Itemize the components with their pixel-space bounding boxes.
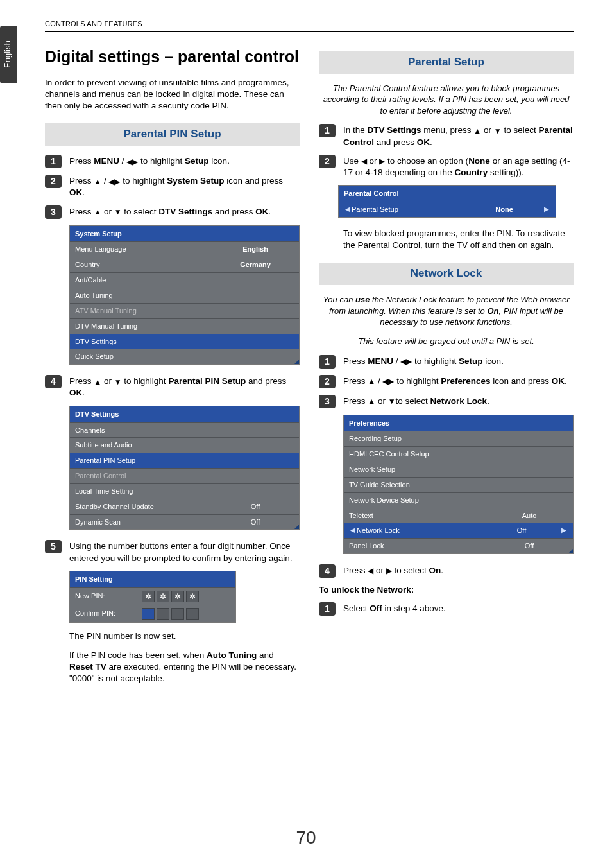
pin-setting-panel: PIN Setting New PIN: ✲ ✲ ✲ ✲ Confirm PIN… <box>69 571 236 623</box>
step-item: 1 Select Off in step 4 above. <box>319 602 574 616</box>
pin-cell: ✲ <box>186 591 199 602</box>
step-body: Press ▲ / ◀▶ to highlight System Setup i… <box>69 175 300 198</box>
menu-row-selected: ◀ Parental Setup None ▶ <box>339 202 556 217</box>
preferences-menu: Preferences Recording Setup HDMI CEC Con… <box>343 415 574 555</box>
menu-row: Auto Tuning <box>70 288 299 303</box>
pin-new-row: New PIN: ✲ ✲ ✲ ✲ <box>70 587 235 605</box>
step-item: 2 Use ◀ or ▶ to choose an option (None o… <box>319 155 574 178</box>
up-arrow-icon: ▲ <box>368 376 375 386</box>
left-column: Digital settings – parental control In o… <box>45 46 300 685</box>
step-body: Press ▲ or ▼ to select DTV Settings and … <box>69 205 300 218</box>
step-item: 1 Press MENU / ◀▶ to highlight Setup ico… <box>319 355 574 369</box>
right-column: Parental Setup The Parental Control feat… <box>319 46 574 685</box>
menu-row: Ant/Cable <box>70 272 299 288</box>
pin-cell: ✲ <box>171 591 184 602</box>
section-network-lock: Network Lock <box>319 263 574 285</box>
down-arrow-icon: ▼ <box>388 396 396 406</box>
menu-row: TeletextAuto <box>344 508 573 523</box>
menu-header: System Setup <box>70 226 299 242</box>
language-tab: English <box>0 26 17 83</box>
step-number-4: 4 <box>45 375 62 388</box>
menu-row: Panel LockOff <box>344 538 573 553</box>
left-right-arrow-icon: ◀▶ <box>108 177 120 187</box>
parental-setup-intro: The Parental Control feature allows you … <box>319 83 574 117</box>
network-lock-grayed-note: This feature will be grayed out until a … <box>319 336 574 347</box>
step-number-3: 3 <box>319 395 336 408</box>
network-lock-intro: You can use the Network Lock feature to … <box>319 294 574 328</box>
menu-row: Subtitle and Audio <box>70 437 299 453</box>
menu-row: Network Device Setup <box>344 492 573 508</box>
step-item: 3 Press ▲ or ▼ to select DTV Settings an… <box>45 205 300 219</box>
chevron-right-icon: ▶ <box>543 205 550 214</box>
step-number-1: 1 <box>319 355 336 369</box>
step-number-2: 2 <box>45 175 62 188</box>
menu-row: HDMI CEC Control Setup <box>344 446 573 462</box>
dtv-settings-menu: DTV Settings Channels Subtitle and Audio… <box>69 406 300 530</box>
step-body: Using the number buttons enter a four di… <box>69 540 300 564</box>
page-number: 70 <box>0 826 612 850</box>
step-number-1: 1 <box>319 124 336 137</box>
step-item: 2 Press ▲ / ◀▶ to highlight System Setup… <box>45 175 300 198</box>
right-arrow-icon: ▶ <box>379 156 385 166</box>
step-body: Press MENU / ◀▶ to highlight Setup icon. <box>69 155 300 167</box>
step-number-1: 1 <box>45 155 62 168</box>
step-body: Use ◀ or ▶ to choose an option (None or … <box>343 155 574 178</box>
down-arrow-icon: ▼ <box>114 377 122 387</box>
pin-cell: ✲ <box>142 591 155 602</box>
step-item: 1 In the DTV Settings menu, press ▲ or ▼… <box>319 124 574 148</box>
up-arrow-icon: ▲ <box>473 126 481 136</box>
menu-row: Network Setup <box>344 462 573 477</box>
intro-paragraph: In order to prevent viewing of unsuitabl… <box>45 77 300 112</box>
step-item: 4 Press ▲ or ▼ to highlight Parental PIN… <box>45 375 300 399</box>
section-parental-setup: Parental Setup <box>319 51 574 74</box>
step-number-3: 3 <box>45 205 62 219</box>
step-item: 5 Using the number buttons enter a four … <box>45 540 300 564</box>
step-body: Press ▲ or ▼ to highlight Parental PIN S… <box>69 375 300 399</box>
menu-header: Preferences <box>344 415 573 431</box>
step-item: 3 Press ▲ or ▼to select Network Lock. <box>319 395 574 408</box>
menu-row: Local Time Setting <box>70 483 299 499</box>
left-right-arrow-icon: ◀▶ <box>400 356 412 367</box>
page-header: CONTROLS AND FEATURES <box>45 19 574 32</box>
menu-row: Recording Setup <box>344 431 573 446</box>
step-body: Press ◀ or ▶ to select On. <box>343 564 574 577</box>
pin-warning-note: If the PIN code has been set, when Auto … <box>69 650 300 685</box>
parental-control-menu: Parental Control ◀ Parental Setup None ▶ <box>338 185 556 218</box>
menu-row: DTV Manual Tuning <box>70 318 299 334</box>
menu-row: Parental Control <box>70 468 299 483</box>
up-arrow-icon: ▲ <box>94 377 101 387</box>
down-arrow-icon: ▼ <box>494 126 502 136</box>
step-body: In the DTV Settings menu, press ▲ or ▼ t… <box>343 124 574 148</box>
pin-cell <box>142 608 155 620</box>
step-body: Press MENU / ◀▶ to highlight Setup icon. <box>343 355 574 367</box>
step-number-2: 2 <box>319 155 336 168</box>
up-arrow-icon: ▲ <box>368 396 375 406</box>
step-number-4: 4 <box>319 564 336 578</box>
pin-cell <box>157 608 169 620</box>
menu-row: Channels <box>70 422 299 438</box>
step-number-2: 2 <box>319 375 336 388</box>
parental-control-note: To view blocked programmes, enter the PI… <box>343 228 574 251</box>
left-right-arrow-icon: ◀▶ <box>126 157 138 167</box>
step-number-1: 1 <box>319 602 336 616</box>
page-title: Digital settings – parental control <box>45 46 300 68</box>
left-right-arrow-icon: ◀▶ <box>382 376 394 386</box>
menu-row: Standby Channel UpdateOff <box>70 499 299 514</box>
right-arrow-icon: ▶ <box>386 566 392 576</box>
chevron-left-icon: ◀ <box>349 526 357 535</box>
step-body: Press ▲ / ◀▶ to highlight Preferences ic… <box>343 375 574 387</box>
menu-row-selected: ◀Network LockOff▶ <box>344 523 573 538</box>
menu-row: Quick Setup <box>70 349 299 364</box>
menu-row: Menu LanguageEnglish <box>70 241 299 257</box>
system-setup-menu: System Setup Menu LanguageEnglish Countr… <box>69 225 300 365</box>
step-body: Press ▲ or ▼to select Network Lock. <box>343 395 574 407</box>
pin-set-note: The PIN number is now set. <box>69 630 300 642</box>
step-body: Select Off in step 4 above. <box>343 602 574 614</box>
left-arrow-icon: ◀ <box>368 566 373 576</box>
up-arrow-icon: ▲ <box>94 207 101 217</box>
menu-row-selected: Parental PIN Setup <box>70 453 299 468</box>
step-item: 2 Press ▲ / ◀▶ to highlight Preferences … <box>319 375 574 388</box>
up-arrow-icon: ▲ <box>94 177 101 187</box>
step-item: 4 Press ◀ or ▶ to select On. <box>319 564 574 578</box>
menu-row-selected: DTV Settings <box>70 334 299 349</box>
